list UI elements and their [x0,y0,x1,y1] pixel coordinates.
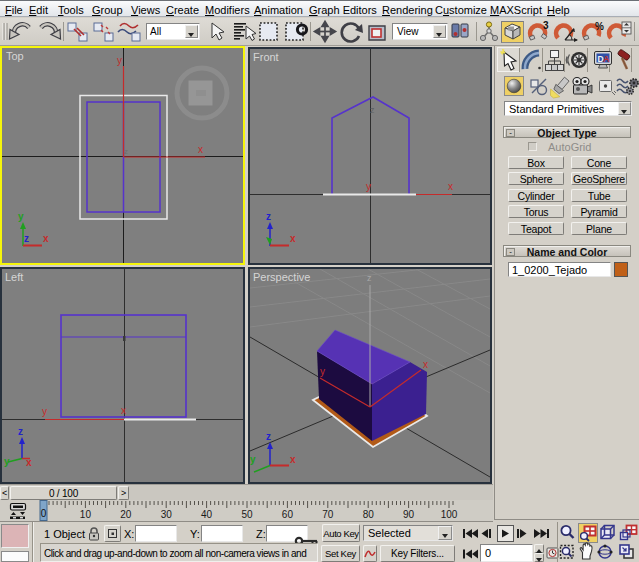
svg-text:z: z [18,426,23,437]
svg-text:z: z [266,431,271,442]
svg-text:z: z [266,211,271,222]
svg-text:y: y [18,211,24,222]
svg-text:x: x [290,454,296,465]
svg-text:80: 80 [363,509,375,520]
svg-text:60: 60 [282,509,294,520]
svg-text:z: z [370,105,375,115]
svg-text:x: x [43,233,49,244]
svg-text:50: 50 [241,509,253,520]
svg-text:x: x [26,457,32,468]
svg-text:x: x [121,405,126,416]
svg-text:10: 10 [80,509,92,520]
svg-text:20: 20 [120,509,132,520]
svg-text:100: 100 [441,509,458,520]
svg-text:y: y [4,456,10,467]
svg-text:30: 30 [161,509,173,520]
svg-text:z: z [367,273,372,283]
svg-text:90: 90 [403,509,415,520]
svg-text:40: 40 [201,509,213,520]
svg-text:x: x [198,144,203,155]
svg-text:%: % [595,21,604,32]
svg-text:y: y [366,181,371,192]
svg-text:0: 0 [41,508,47,519]
svg-text:y: y [117,55,122,66]
svg-text:z: z [124,147,128,156]
svg-text:y: y [250,454,256,465]
svg-text:A: A [603,54,610,64]
svg-text:3: 3 [543,20,549,31]
svg-text:x: x [423,359,428,370]
svg-text:x: x [290,233,296,244]
svg-text:y: y [42,406,47,417]
svg-text:y: y [320,366,325,377]
svg-text:x: x [448,181,453,192]
svg-text:z: z [24,233,29,244]
svg-text:70: 70 [322,509,334,520]
